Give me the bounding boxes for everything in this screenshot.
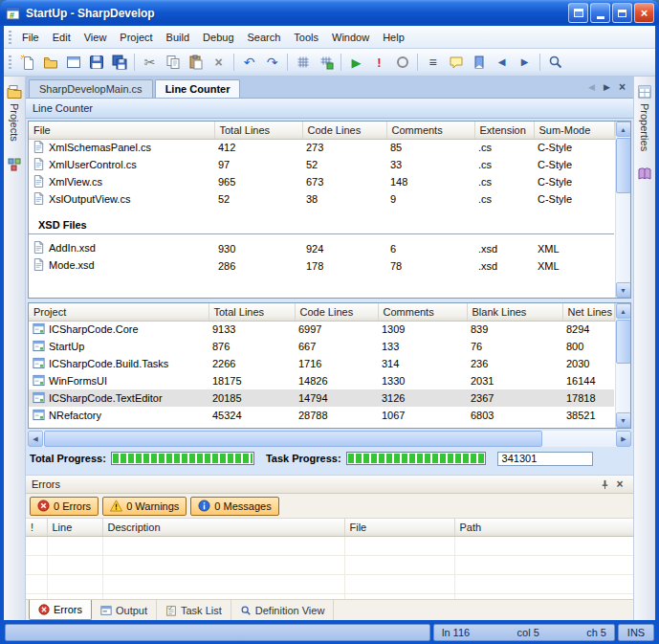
table-row[interactable]: ICSharpCode.Core9133699713098398294	[29, 321, 614, 338]
table-row[interactable]: XslOutputView.cs52389.csC-Style	[29, 190, 614, 208]
warning-filter-button[interactable]: 0 Warnings	[102, 497, 187, 516]
column-header[interactable]: Blank Lines	[467, 303, 562, 321]
search-button[interactable]	[544, 52, 566, 73]
menu-window[interactable]: Window	[325, 29, 376, 46]
column-header[interactable]: Line	[47, 519, 102, 536]
bottom-tab-output[interactable]: Output	[92, 600, 157, 620]
table-row[interactable]: XmlView.cs965673148.csC-Style	[29, 173, 614, 190]
tool-tab-properties[interactable]: Properties	[637, 84, 652, 151]
list-button[interactable]: ≡	[422, 52, 444, 73]
bottom-tab-task-list[interactable]: Task List	[157, 600, 231, 620]
redo-button[interactable]: ↷	[261, 52, 283, 73]
save-all-button[interactable]	[108, 52, 130, 73]
scrollbar-thumb[interactable]	[44, 431, 542, 447]
cut-button[interactable]: ✂	[139, 52, 161, 73]
scroll-right-icon[interactable]: ▶	[616, 431, 631, 447]
table-row[interactable]	[26, 593, 633, 600]
column-header[interactable]: File	[344, 519, 454, 536]
menu-search[interactable]: Search	[241, 29, 288, 46]
paste-button[interactable]	[185, 52, 207, 73]
column-header[interactable]: Project	[29, 303, 209, 321]
new-file-button[interactable]	[16, 52, 38, 73]
scrollbar-track[interactable]	[616, 319, 631, 412]
column-header[interactable]: Total Lines	[209, 303, 295, 321]
column-header[interactable]: !	[26, 519, 47, 536]
table-row[interactable]: ICSharpCode.TextEditor201851479431262367…	[29, 389, 614, 407]
bottom-tab-definition-view[interactable]: Definition View	[231, 600, 335, 620]
scrollbar-track[interactable]	[43, 431, 616, 447]
grid-green-button[interactable]	[315, 52, 337, 73]
menu-file[interactable]: File	[15, 29, 46, 46]
comment-button[interactable]	[445, 52, 467, 73]
message-filter-button[interactable]: 0 Messages	[190, 497, 278, 516]
scroll-left-icon[interactable]: ◀	[28, 431, 43, 447]
scroll-up-icon[interactable]: ▲	[616, 303, 631, 319]
table-row[interactable]: XmlSchemasPanel.cs41227385.csC-Style	[29, 139, 614, 156]
column-header[interactable]: File	[29, 122, 214, 139]
record-button[interactable]	[391, 52, 413, 73]
menu-debug[interactable]: Debug	[196, 29, 240, 46]
column-header[interactable]: Extension	[474, 122, 534, 139]
table-row[interactable]: Mode.xsd28617878.xsdXML	[29, 257, 614, 275]
scroll-down-icon[interactable]: ▼	[616, 282, 631, 298]
table-row[interactable]: NRefactory45324287881067680338521	[29, 407, 614, 424]
run-button[interactable]: ▶	[345, 52, 367, 73]
error-filter-button[interactable]: 0 Errors	[30, 497, 99, 516]
bottom-tab-errors[interactable]: Errors	[29, 600, 92, 620]
horizontal-scrollbar[interactable]: ◀ ▶	[28, 431, 631, 447]
bookmark-next-button[interactable]: ▶	[514, 52, 536, 73]
toggle-window-button[interactable]	[568, 3, 588, 23]
undo-button[interactable]: ↶	[238, 52, 260, 73]
table-row[interactable]: XmlUserControl.cs975233.csC-Style	[29, 156, 614, 173]
column-header[interactable]: Sum-Mode	[534, 122, 614, 139]
table-row[interactable]: ICSharpCode.Build.Tasks22661716314236203…	[29, 355, 614, 372]
bookmark-button[interactable]	[468, 52, 490, 73]
doc-tab-sharpdevelopmain-cs[interactable]: SharpDevelopMain.cs	[29, 79, 153, 98]
table-row[interactable]	[26, 555, 633, 574]
menu-help[interactable]: Help	[376, 29, 411, 46]
column-header[interactable]: Total Lines	[214, 122, 302, 139]
pin-icon[interactable]	[597, 479, 612, 490]
table-row[interactable]: AddIn.xsd9309246.xsdXML	[29, 240, 614, 257]
close-tab-icon[interactable]: ×	[616, 80, 628, 94]
menu-edit[interactable]: Edit	[46, 29, 77, 46]
delete-button[interactable]: ×	[208, 52, 230, 73]
prev-tab-icon[interactable]: ◀	[585, 82, 598, 92]
abort-build-button[interactable]: !	[368, 52, 390, 73]
copy-button[interactable]	[162, 52, 184, 73]
table-row[interactable]: WinFormsUI18175148261330203116144	[29, 372, 614, 389]
tool-tab-projects[interactable]: Projects	[7, 84, 22, 142]
table-row[interactable]: StartUp87666713376800	[29, 338, 614, 355]
column-header[interactable]: Comments	[378, 303, 467, 321]
scrollbar-thumb[interactable]	[616, 138, 631, 193]
close-button[interactable]: ×	[634, 3, 654, 23]
column-header[interactable]: Code Lines	[295, 303, 378, 321]
column-header[interactable]: Code Lines	[302, 122, 386, 139]
column-header[interactable]: Comments	[386, 122, 474, 139]
scroll-up-icon[interactable]: ▲	[616, 122, 631, 137]
grid-button[interactable]	[292, 52, 314, 73]
table-row[interactable]	[26, 574, 633, 593]
classes-icon[interactable]	[7, 157, 22, 172]
help-book-icon[interactable]	[637, 167, 652, 182]
minimize-button[interactable]	[590, 3, 610, 23]
next-tab-icon[interactable]: ▶	[601, 82, 613, 92]
bookmark-prev-button[interactable]: ◀	[491, 52, 513, 73]
close-panel-icon[interactable]: ×	[612, 477, 627, 491]
open-folder-button[interactable]	[39, 52, 61, 73]
menu-tools[interactable]: Tools	[287, 29, 325, 46]
scroll-down-icon[interactable]: ▼	[616, 412, 631, 428]
column-header[interactable]: Description	[102, 519, 344, 536]
menu-view[interactable]: View	[77, 29, 114, 46]
restore-button[interactable]	[612, 3, 632, 23]
menu-build[interactable]: Build	[160, 29, 196, 46]
scrollbar-thumb[interactable]	[616, 320, 631, 364]
column-header[interactable]: Net Lines	[562, 303, 614, 321]
save-button[interactable]	[85, 52, 107, 73]
column-header[interactable]: Path	[454, 519, 633, 536]
doc-tab-line-counter[interactable]: Line Counter	[155, 79, 241, 98]
scrollbar-track[interactable]	[616, 137, 631, 282]
menu-project[interactable]: Project	[113, 29, 159, 46]
table-row[interactable]	[26, 536, 633, 555]
projects-vertical-scrollbar[interactable]: ▲ ▼	[615, 303, 631, 428]
